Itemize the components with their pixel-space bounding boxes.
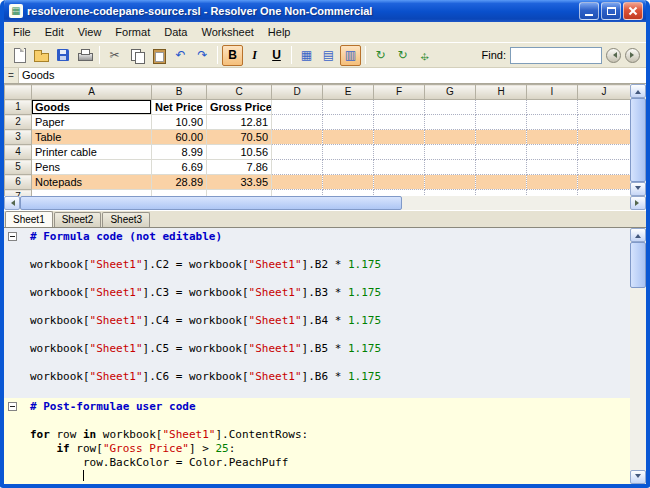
column-header-a[interactable]: A xyxy=(32,85,152,100)
cell-J3[interactable] xyxy=(578,130,631,145)
cell-D6[interactable] xyxy=(272,175,323,190)
cell-E4[interactable] xyxy=(323,145,374,160)
menu-item-file[interactable]: File xyxy=(6,24,38,40)
code-line[interactable]: if row["Gross Price"] > 25: xyxy=(4,442,630,456)
minimize-button[interactable] xyxy=(579,2,599,20)
row-header-5[interactable]: 5 xyxy=(5,160,32,175)
code-line[interactable]: # Post-formulae user code xyxy=(4,400,630,414)
cell-F4[interactable] xyxy=(374,145,425,160)
cell-I2[interactable] xyxy=(527,115,578,130)
row-header-3[interactable]: 3 xyxy=(5,130,32,145)
cell-A5[interactable]: Pens xyxy=(32,160,152,175)
cell-G2[interactable] xyxy=(425,115,476,130)
cell-J4[interactable] xyxy=(578,145,631,160)
undo-button[interactable]: ↶ xyxy=(170,45,191,66)
cell-B4[interactable]: 8.99 xyxy=(152,145,207,160)
grid-scroll-left-button[interactable] xyxy=(4,196,20,210)
menu-item-data[interactable]: Data xyxy=(157,24,194,40)
cell-G4[interactable] xyxy=(425,145,476,160)
cell-H4[interactable] xyxy=(476,145,527,160)
code-line[interactable] xyxy=(4,470,630,484)
copy-button[interactable] xyxy=(126,45,147,66)
grid-horizontal-scrollbar[interactable] xyxy=(4,196,646,210)
grid-hscroll-track[interactable] xyxy=(402,196,630,210)
cell-B6[interactable]: 28.89 xyxy=(152,175,207,190)
paste-button[interactable] xyxy=(148,45,169,66)
cell-C1[interactable]: Gross Price xyxy=(207,100,272,115)
sheet-tab-sheet2[interactable]: Sheet2 xyxy=(54,212,102,227)
grid-scroll-up-button[interactable] xyxy=(630,84,646,98)
menu-item-edit[interactable]: Edit xyxy=(38,24,71,40)
cell-D2[interactable] xyxy=(272,115,323,130)
row-header-6[interactable]: 6 xyxy=(5,175,32,190)
save-button[interactable] xyxy=(52,45,73,66)
cell-F5[interactable] xyxy=(374,160,425,175)
cell-C5[interactable]: 7.86 xyxy=(207,160,272,175)
cell-B2[interactable]: 10.90 xyxy=(152,115,207,130)
find-next-button[interactable] xyxy=(625,48,640,63)
cell-C6[interactable]: 33.95 xyxy=(207,175,272,190)
column-header-e[interactable]: E xyxy=(323,85,374,100)
code-scroll-up-button[interactable] xyxy=(630,228,646,242)
open-button[interactable] xyxy=(30,45,51,66)
column-header-c[interactable]: C xyxy=(207,85,272,100)
find-input[interactable] xyxy=(510,47,602,64)
cell-J6[interactable] xyxy=(578,175,631,190)
menu-item-view[interactable]: View xyxy=(71,24,109,40)
grid-borders-button[interactable]: ▥ xyxy=(340,45,361,66)
code-scroll-down-button[interactable] xyxy=(630,470,646,484)
new-document-button[interactable] xyxy=(8,45,29,66)
code-vscroll-thumb[interactable] xyxy=(630,242,646,288)
column-header-g[interactable]: G xyxy=(425,85,476,100)
cell-B3[interactable]: 60.00 xyxy=(152,130,207,145)
cell-G1[interactable] xyxy=(425,100,476,115)
italic-button[interactable]: I xyxy=(244,45,265,66)
cell-G3[interactable] xyxy=(425,130,476,145)
cell-A3[interactable]: Table xyxy=(32,130,152,145)
cell-A4[interactable]: Printer cable xyxy=(32,145,152,160)
cell-H1[interactable] xyxy=(476,100,527,115)
row-header-2[interactable]: 2 xyxy=(5,115,32,130)
cell-D1[interactable] xyxy=(272,100,323,115)
close-button[interactable] xyxy=(623,2,643,20)
redo-button[interactable]: ↷ xyxy=(192,45,213,66)
find-previous-button[interactable] xyxy=(606,48,621,63)
cell-D3[interactable] xyxy=(272,130,323,145)
cell-G5[interactable] xyxy=(425,160,476,175)
cell-C3[interactable]: 70.50 xyxy=(207,130,272,145)
grid-scroll-down-button[interactable] xyxy=(630,182,646,196)
title-bar[interactable]: resolverone-codepane-source.rsl - Resolv… xyxy=(4,0,646,22)
cell-H6[interactable] xyxy=(476,175,527,190)
collapse-icon[interactable] xyxy=(8,232,17,241)
cell-D5[interactable] xyxy=(272,160,323,175)
cell-I6[interactable] xyxy=(527,175,578,190)
cell-A2[interactable]: Paper xyxy=(32,115,152,130)
code-editor[interactable]: # Formula code (not editable) workbook["… xyxy=(4,228,630,484)
grid-view-button[interactable]: ▦ xyxy=(296,45,317,66)
cell-J1[interactable] xyxy=(578,100,631,115)
column-header-j[interactable]: J xyxy=(578,85,631,100)
cell-C2[interactable]: 12.81 xyxy=(207,115,272,130)
cell-I5[interactable] xyxy=(527,160,578,175)
code-line[interactable] xyxy=(4,414,630,428)
cell-F1[interactable] xyxy=(374,100,425,115)
cell-E3[interactable] xyxy=(323,130,374,145)
bold-button[interactable]: B xyxy=(222,45,243,66)
maximize-button[interactable] xyxy=(601,2,621,20)
grid-vertical-scrollbar[interactable] xyxy=(630,84,646,196)
recalculate-button[interactable]: ↻ xyxy=(370,45,391,66)
cell-F2[interactable] xyxy=(374,115,425,130)
cell-D4[interactable] xyxy=(272,145,323,160)
cell-A6[interactable]: Notepads xyxy=(32,175,152,190)
grid-scroll-right-button[interactable] xyxy=(630,196,646,210)
cell-H5[interactable] xyxy=(476,160,527,175)
grid-corner[interactable] xyxy=(5,85,32,100)
expand-pane-button[interactable] xyxy=(414,45,435,66)
print-button[interactable] xyxy=(74,45,95,66)
cut-button[interactable]: ✂ xyxy=(104,45,125,66)
cell-J2[interactable] xyxy=(578,115,631,130)
cell-I4[interactable] xyxy=(527,145,578,160)
cell-I3[interactable] xyxy=(527,130,578,145)
cell-H2[interactable] xyxy=(476,115,527,130)
cell-F3[interactable] xyxy=(374,130,425,145)
